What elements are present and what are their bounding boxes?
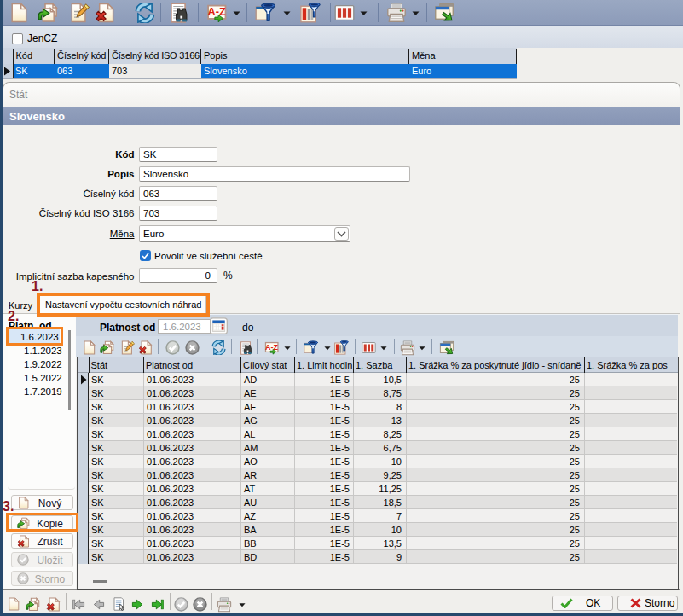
svg-text:A-Z: A-Z [208,5,226,18]
svg-text:A-Z: A-Z [265,343,279,352]
